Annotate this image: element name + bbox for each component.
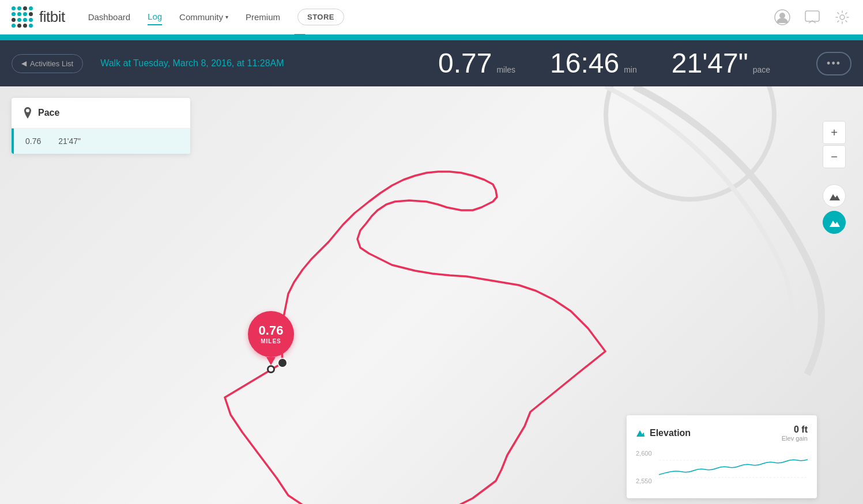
duration-value: 16:46: [550, 50, 619, 77]
pace-mile: 0.76: [25, 137, 41, 146]
activity-stats: 0.77 miles 16:46 min 21'47" pace •••: [438, 50, 851, 77]
location-pin-icon: [23, 107, 32, 119]
pace-unit: pace: [753, 65, 770, 74]
mountain-icon: [828, 191, 840, 201]
distance-unit: miles: [496, 65, 515, 74]
mile-pin-dot: [267, 365, 275, 373]
more-options-button[interactable]: •••: [816, 52, 851, 75]
pace-value: 21'47": [672, 50, 748, 77]
elevation-stats: 0 ft Elev gain: [782, 425, 808, 442]
elevation-card: Elevation 0 ft Elev gain 2,600 2,550: [627, 415, 817, 498]
route-view-button[interactable]: [823, 211, 846, 234]
nav-premium[interactable]: Premium: [246, 9, 280, 25]
elevation-chart-svg: [659, 449, 808, 483]
zoom-out-button[interactable]: −: [823, 145, 846, 168]
pace-time: 21'47": [58, 137, 81, 146]
store-button[interactable]: STORE: [297, 9, 344, 25]
map-type-controls: [823, 184, 846, 234]
terrain-view-button[interactable]: [823, 184, 846, 207]
mile-bubble-value: 0.76: [259, 324, 284, 337]
pace-card: Pace 0.76 21'47": [12, 98, 190, 154]
dot: [12, 6, 16, 10]
elev-line1: 2,600: [636, 450, 652, 457]
dot: [29, 6, 33, 10]
dot: [29, 12, 33, 16]
dot: [17, 18, 21, 22]
duration-unit: min: [624, 65, 637, 74]
nav-community[interactable]: Community ▾: [179, 9, 228, 25]
pace-stat: 21'47" pace: [672, 50, 770, 77]
dot: [17, 12, 21, 16]
logo: fitbit: [12, 6, 65, 28]
dot: [12, 24, 16, 28]
chevron-down-icon: ▾: [225, 14, 228, 20]
dot: [23, 12, 27, 16]
messages-icon[interactable]: [803, 8, 821, 26]
elevation-icon: [636, 429, 645, 437]
active-tab-indicator: [294, 34, 306, 40]
dot: [23, 18, 27, 22]
settings-icon[interactable]: [833, 8, 851, 26]
elev-line2: 2,550: [636, 478, 652, 484]
mile-marker: 0.76 MILES: [248, 311, 294, 373]
nav-log[interactable]: Log: [148, 9, 162, 25]
activity-title: Walk at Tuesday, March 8, 2016, at 11:28…: [100, 58, 284, 69]
svg-point-3: [840, 15, 845, 20]
header-icons: [773, 8, 851, 26]
zoom-in-button[interactable]: +: [823, 121, 846, 144]
back-arrow-icon: ◀: [21, 59, 27, 67]
logo-dots: [12, 6, 33, 28]
distance-value: 0.77: [438, 50, 492, 77]
elevation-title: Elevation: [636, 428, 691, 438]
profile-icon[interactable]: [773, 8, 792, 26]
activities-list-button[interactable]: ◀ Activities List: [12, 54, 83, 73]
dot: [23, 24, 27, 28]
pace-card-row: 0.76 21'47": [12, 128, 190, 154]
mile-bubble: 0.76 MILES: [248, 311, 294, 357]
dot: [29, 24, 33, 28]
pace-card-header: Pace: [12, 98, 190, 128]
map-container: Pace 0.76 21'47" 0.76 MILES + −: [0, 86, 863, 504]
pace-card-title: Pace: [38, 108, 59, 118]
mile-bubble-label: MILES: [261, 338, 281, 344]
dot: [12, 12, 16, 16]
zoom-controls: + −: [823, 121, 846, 168]
duration-stat: 16:46 min: [550, 50, 637, 77]
dot: [23, 6, 27, 10]
elevation-value: 0 ft: [782, 425, 808, 435]
nav-dashboard[interactable]: Dashboard: [88, 9, 130, 25]
dot: [12, 18, 16, 22]
distance-stat: 0.77 miles: [438, 50, 515, 77]
teal-bar: [0, 35, 863, 40]
logo-text: fitbit: [39, 8, 65, 26]
dot: [17, 24, 21, 28]
activity-info: Walk at Tuesday, March 8, 2016, at 11:28…: [100, 58, 284, 69]
svg-rect-2: [805, 11, 819, 21]
elevation-header: Elevation 0 ft Elev gain: [636, 425, 808, 442]
mile-pin-triangle: [266, 357, 276, 365]
svg-point-1: [779, 13, 785, 18]
activity-bar: ◀ Activities List Walk at Tuesday, March…: [0, 40, 863, 86]
header: fitbit Dashboard Log Community ▾ Premium…: [0, 0, 863, 35]
dot: [17, 6, 21, 10]
mountain-active-icon: [828, 217, 840, 228]
dot: [29, 18, 33, 22]
elevation-label: Elev gain: [782, 435, 808, 442]
main-nav: Dashboard Log Community ▾ Premium STORE: [88, 9, 773, 25]
elevation-chart: 2,600 2,550: [636, 449, 808, 489]
